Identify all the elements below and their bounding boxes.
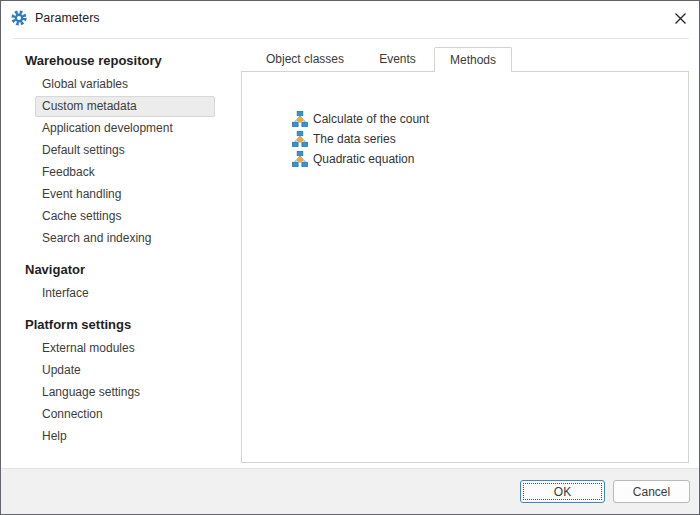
sidebar-item-update[interactable]: Update bbox=[35, 360, 215, 381]
gear-icon bbox=[11, 10, 27, 26]
sidebar-header-navigator: Navigator bbox=[1, 258, 241, 282]
sidebar-item-help[interactable]: Help bbox=[35, 426, 215, 447]
titlebar-separator bbox=[13, 38, 689, 39]
dialog-footer: OK Cancel bbox=[1, 468, 699, 514]
tree-node-label: The data series bbox=[313, 132, 396, 146]
sidebar-item-custom-metadata[interactable]: Custom metadata bbox=[35, 96, 215, 117]
ok-button-label: OK bbox=[554, 485, 571, 499]
method-sitemap-icon bbox=[292, 131, 308, 147]
tree-node-label: Calculate of the count bbox=[313, 112, 429, 126]
sidebar-item-global-variables[interactable]: Global variables bbox=[35, 74, 215, 95]
sidebar-item-language-settings[interactable]: Language settings bbox=[35, 382, 215, 403]
sidebar-item-default-settings[interactable]: Default settings bbox=[35, 140, 215, 161]
close-icon bbox=[674, 12, 687, 25]
sidebar-item-event-handling[interactable]: Event handling bbox=[35, 184, 215, 205]
titlebar: Parameters bbox=[1, 1, 699, 38]
tab-events[interactable]: Events bbox=[361, 47, 434, 72]
sidebar-item-cache-settings[interactable]: Cache settings bbox=[35, 206, 215, 227]
sidebar-item-external-modules[interactable]: External modules bbox=[35, 338, 215, 359]
sidebar: Warehouse repository Global variables Cu… bbox=[1, 49, 241, 467]
parameters-dialog: Parameters Warehouse repository Global v… bbox=[0, 0, 700, 515]
cancel-button-label: Cancel bbox=[633, 485, 670, 499]
sidebar-item-connection[interactable]: Connection bbox=[35, 404, 215, 425]
methods-tab-page bbox=[241, 71, 689, 463]
close-button[interactable] bbox=[669, 7, 691, 29]
sidebar-item-search-and-indexing[interactable]: Search and indexing bbox=[35, 228, 215, 249]
tab-bar: Object classes Events Methods bbox=[249, 47, 512, 72]
sidebar-item-interface[interactable]: Interface bbox=[35, 283, 215, 304]
method-sitemap-icon bbox=[292, 151, 308, 167]
sidebar-item-application-development[interactable]: Application development bbox=[35, 118, 215, 139]
tab-methods[interactable]: Methods bbox=[434, 47, 512, 72]
tab-object-classes[interactable]: Object classes bbox=[249, 47, 361, 72]
ok-button[interactable]: OK bbox=[520, 480, 605, 503]
sidebar-header-warehouse-repository: Warehouse repository bbox=[1, 49, 241, 73]
sidebar-header-platform-settings: Platform settings bbox=[1, 313, 241, 337]
window-title: Parameters bbox=[35, 11, 100, 25]
tree-node-label: Quadratic equation bbox=[313, 152, 414, 166]
sidebar-item-feedback[interactable]: Feedback bbox=[35, 162, 215, 183]
method-sitemap-icon bbox=[292, 111, 308, 127]
cancel-button[interactable]: Cancel bbox=[613, 480, 690, 503]
